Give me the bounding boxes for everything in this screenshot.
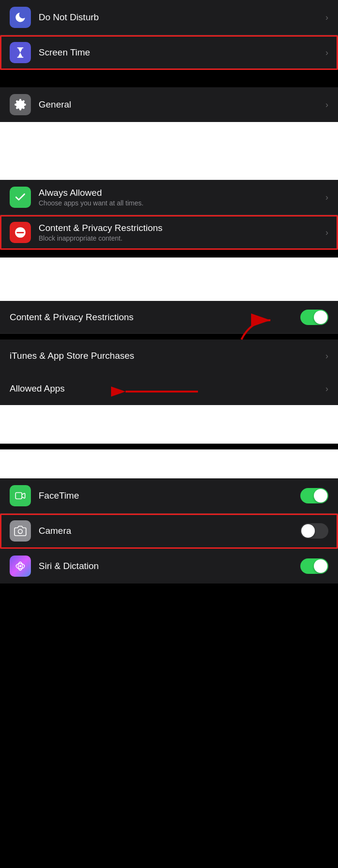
allowed-apps-row[interactable]: Allowed Apps › bbox=[0, 372, 338, 405]
black-band-3 bbox=[0, 444, 338, 449]
facetime-row[interactable]: FaceTime bbox=[0, 478, 338, 514]
siri-toggle[interactable] bbox=[300, 558, 328, 574]
always-allowed-subtitle: Choose apps you want at all times. bbox=[39, 199, 322, 207]
svg-point-9 bbox=[19, 565, 21, 567]
do-not-disturb-row[interactable]: Do Not Disturb › bbox=[0, 0, 338, 35]
siri-icon bbox=[10, 556, 31, 577]
general-label: General bbox=[39, 99, 322, 110]
content-privacy-icon bbox=[10, 222, 31, 243]
svg-rect-1 bbox=[17, 57, 24, 58]
svg-rect-0 bbox=[17, 47, 24, 48]
siri-icon-svg bbox=[14, 560, 27, 572]
facetime-icon-svg bbox=[14, 489, 27, 502]
purchases-section: iTunes & App Store Purchases › bbox=[0, 339, 338, 372]
svg-rect-3 bbox=[16, 232, 24, 233]
screen-time-label: Screen Time bbox=[39, 47, 322, 58]
general-icon bbox=[10, 94, 31, 115]
content-privacy-toggle-row[interactable]: Content & Privacy Restrictions bbox=[0, 301, 338, 334]
itunes-purchases-label: iTunes & App Store Purchases bbox=[10, 351, 322, 361]
no-entry-icon bbox=[14, 226, 27, 239]
content-privacy-toggle-label: Content & Privacy Restrictions bbox=[10, 312, 300, 323]
general-row[interactable]: General › bbox=[0, 87, 338, 122]
camera-row[interactable]: Camera bbox=[0, 514, 338, 549]
camera-label: Camera bbox=[39, 526, 300, 536]
do-not-disturb-label: Do Not Disturb bbox=[39, 12, 322, 23]
facetime-icon bbox=[10, 485, 31, 506]
hourglass-icon bbox=[14, 46, 27, 59]
content-privacy-chevron: › bbox=[325, 228, 328, 238]
itunes-chevron: › bbox=[325, 351, 328, 361]
content-privacy-page-section: Content & Privacy Restrictions bbox=[0, 301, 338, 334]
content-privacy-toggle[interactable] bbox=[300, 310, 328, 325]
bottom-padding bbox=[0, 583, 338, 603]
allowed-apps-container: Allowed Apps › bbox=[0, 372, 338, 405]
always-allowed-row[interactable]: Always Allowed Choose apps you want at a… bbox=[0, 180, 338, 215]
white-space-4 bbox=[0, 449, 338, 478]
screen-time-chevron: › bbox=[325, 48, 328, 58]
allowed-apps-page-section: FaceTime Camera bbox=[0, 478, 338, 583]
facetime-label: FaceTime bbox=[39, 490, 300, 501]
content-privacy-row[interactable]: Content & Privacy Restrictions Block ina… bbox=[0, 215, 338, 250]
svg-point-6 bbox=[18, 529, 23, 534]
screen-time-icon bbox=[10, 42, 31, 63]
facetime-toggle-knob bbox=[314, 489, 327, 502]
siri-toggle-knob bbox=[314, 559, 327, 573]
content-privacy-label: Content & Privacy Restrictions bbox=[39, 223, 322, 233]
checkmark-icon bbox=[14, 191, 27, 203]
screen-time-submenu-section: Always Allowed Choose apps you want at a… bbox=[0, 180, 338, 250]
screen-time-row[interactable]: Screen Time › bbox=[0, 35, 338, 70]
black-band-1 bbox=[0, 250, 338, 258]
siri-label: Siri & Dictation bbox=[39, 561, 300, 571]
itunes-purchases-row[interactable]: iTunes & App Store Purchases › bbox=[0, 339, 338, 372]
black-band-2 bbox=[0, 334, 338, 339]
moon-icon bbox=[14, 11, 27, 24]
camera-toggle[interactable] bbox=[300, 523, 328, 539]
white-space-3 bbox=[0, 405, 338, 444]
allowed-apps-label: Allowed Apps bbox=[10, 383, 322, 394]
general-chevron: › bbox=[325, 100, 328, 110]
white-space-2 bbox=[0, 258, 338, 301]
gear-icon bbox=[14, 98, 27, 111]
do-not-disturb-chevron: › bbox=[325, 13, 328, 23]
always-allowed-chevron: › bbox=[325, 192, 328, 203]
siri-row[interactable]: Siri & Dictation bbox=[0, 549, 338, 583]
camera-icon bbox=[10, 520, 31, 542]
white-space-1 bbox=[0, 122, 338, 180]
gap-1 bbox=[0, 70, 338, 87]
allowed-apps-chevron: › bbox=[325, 384, 328, 394]
general-section: General › bbox=[0, 87, 338, 122]
toggle-knob bbox=[314, 311, 327, 324]
camera-toggle-knob bbox=[301, 524, 315, 538]
always-allowed-label: Always Allowed bbox=[39, 188, 322, 198]
content-privacy-subtitle: Block inappropriate content. bbox=[39, 234, 322, 242]
always-allowed-icon bbox=[10, 187, 31, 208]
do-not-disturb-icon bbox=[10, 7, 31, 28]
allowed-apps-section: Allowed Apps › bbox=[0, 372, 338, 405]
facetime-toggle[interactable] bbox=[300, 488, 328, 503]
camera-icon-svg bbox=[14, 525, 27, 537]
top-settings-section: Do Not Disturb › Screen Time › bbox=[0, 0, 338, 70]
